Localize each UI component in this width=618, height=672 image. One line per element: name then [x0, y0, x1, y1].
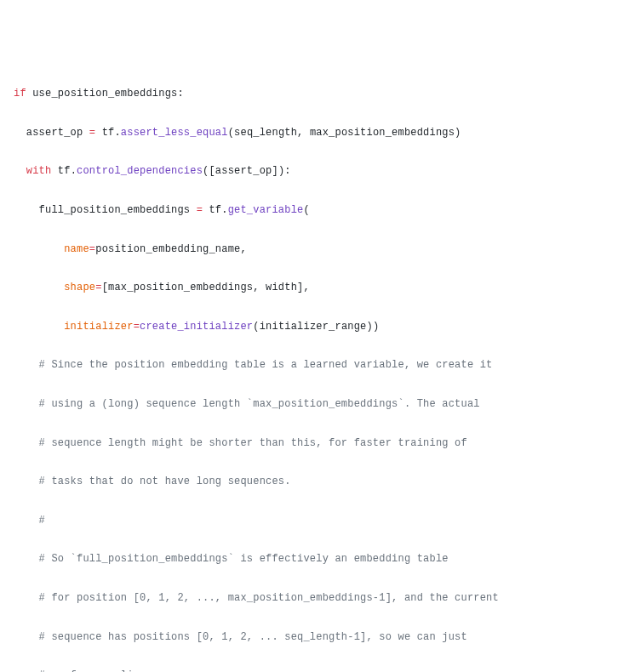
function-call: create_initializer [140, 321, 253, 333]
comment: # Since the position embedding table is … [39, 359, 493, 371]
code-text: tf. [51, 165, 77, 177]
comment: # [39, 515, 45, 527]
comment: # sequence length might be shorter than … [39, 437, 467, 449]
code-line: # tasks that do not have long sequences. [14, 472, 604, 492]
code-text: use_position_embeddings [32, 88, 177, 100]
code-line: # Since the position embedding table is … [14, 356, 604, 375]
code-text: ([assert_op]) [203, 165, 284, 177]
code-text: : [284, 165, 290, 177]
comment: # sequence has positions [0, 1, 2, ... s… [39, 631, 467, 643]
code-line: # perform a slice. [14, 666, 604, 672]
code-line: name=position_embedding_name, [14, 240, 604, 259]
function-call: get_variable [228, 204, 304, 216]
code-text: tf. [203, 204, 228, 216]
code-text: [max_position_embeddings, width], [102, 282, 310, 293]
operator: = [197, 204, 203, 216]
code-line: # sequence has positions [0, 1, 2, ... s… [14, 628, 604, 647]
code-line: # using a (long) sequence length `max_po… [14, 395, 604, 414]
function-call: control_dependencies [77, 165, 203, 177]
comment: # tasks that do not have long sequences. [39, 476, 291, 487]
keyword-with: with [26, 165, 52, 177]
code-line: full_position_embeddings = tf.get_variab… [14, 201, 604, 220]
code-text: tf. [95, 127, 121, 139]
code-text: : [177, 88, 183, 100]
keyword-if: if [14, 88, 26, 100]
function-call: assert_less_equal [121, 127, 228, 139]
code-line: assert_op = tf.assert_less_equal(seq_len… [14, 123, 604, 143]
code-text: position_embedding_name, [95, 243, 247, 255]
code-line: # sequence length might be shorter than … [14, 434, 604, 453]
code-text: (seq_length, max_position_embeddings) [228, 127, 461, 139]
code-line: initializer=create_initializer(initializ… [14, 317, 604, 337]
comment: # So `full_position_embeddings` is effec… [39, 553, 449, 565]
named-arg: shape [64, 282, 95, 293]
code-text: full_position_embeddings [39, 204, 197, 216]
code-line: # for position [0, 1, 2, ..., max_positi… [14, 589, 604, 608]
code-text: assert_op [26, 127, 89, 139]
operator: = [95, 282, 101, 293]
code-line: # [14, 511, 604, 531]
comment: # for position [0, 1, 2, ..., max_positi… [39, 592, 499, 604]
named-arg: initializer [64, 321, 133, 333]
code-text: (initializer_range)) [253, 321, 379, 333]
code-text: ( [303, 204, 309, 216]
code-line: shape=[max_position_embeddings, width], [14, 278, 604, 298]
code-line: if use_position_embeddings: [14, 84, 604, 104]
comment: # using a (long) sequence length `max_po… [39, 398, 480, 410]
named-arg: name [64, 243, 89, 255]
code-line: with tf.control_dependencies([assert_op]… [14, 162, 604, 181]
code-line: # So `full_position_embeddings` is effec… [14, 550, 604, 569]
operator: = [134, 321, 140, 333]
